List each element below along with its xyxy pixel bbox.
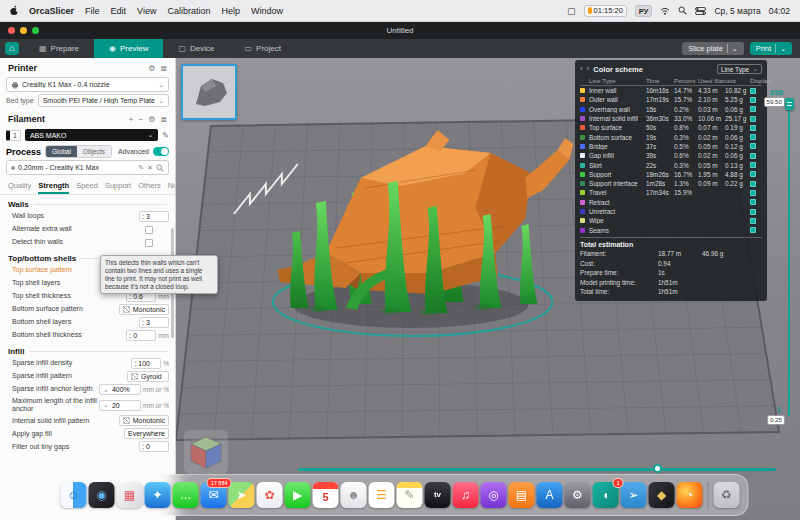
display-checkbox[interactable]: [750, 106, 756, 112]
dock-safari[interactable]: ✦: [145, 482, 171, 508]
display-checkbox[interactable]: [750, 143, 756, 149]
bottom-surface-pattern-select[interactable]: Monotonic: [119, 304, 169, 315]
layer-slider[interactable]: 238 59.50 1 0.25: [766, 88, 796, 433]
edit-preset-icon[interactable]: ✎: [138, 164, 144, 172]
filament-list-icon[interactable]: ≣: [160, 115, 167, 124]
dock-maps[interactable]: ➤: [229, 482, 255, 508]
param-tab-support[interactable]: Support: [105, 181, 131, 194]
layer-slider-track[interactable]: [788, 100, 790, 416]
section-infill[interactable]: Infill: [0, 342, 175, 357]
display-checkbox[interactable]: [750, 227, 756, 233]
dock-reminders[interactable]: ☰: [369, 482, 395, 508]
wall-loops-input[interactable]: ▴▾3: [139, 211, 169, 222]
section-walls[interactable]: Walls: [0, 195, 175, 210]
display-checkbox[interactable]: [750, 153, 756, 159]
process-objects-tab[interactable]: Objects: [77, 146, 111, 157]
move-slider-handle[interactable]: [653, 464, 662, 473]
layer-slider-handle[interactable]: [785, 98, 794, 110]
bed-type-select[interactable]: Smooth PEI Plate / High Temp Plate⌄: [38, 94, 169, 107]
display-checkbox[interactable]: [750, 181, 756, 187]
display-checkbox[interactable]: [750, 88, 756, 94]
dock-contacts[interactable]: ☻: [341, 482, 367, 508]
edit-filament-icon[interactable]: ✎: [162, 131, 169, 140]
printer-preset-select[interactable]: Creality K1 Max - 0.4 nozzle ⌄: [6, 77, 169, 92]
sparse-infill-pattern-select[interactable]: Gyroid: [127, 371, 169, 382]
dock-app-store[interactable]: A: [537, 482, 563, 508]
dock-launchpad[interactable]: ▦: [117, 482, 143, 508]
flushing-volumes-icon[interactable]: ⚙: [148, 115, 155, 124]
display-checkbox[interactable]: [750, 199, 756, 205]
dock-photos[interactable]: ✿: [257, 482, 283, 508]
dock-security-shield[interactable]: ◆: [649, 482, 675, 508]
slice-dropdown-icon[interactable]: ⌄: [732, 46, 738, 52]
minimize-button[interactable]: [20, 27, 27, 34]
print-button[interactable]: Print⌄: [750, 42, 792, 55]
prev-color-scheme-icon[interactable]: ‹: [580, 65, 583, 73]
display-checkbox[interactable]: [750, 190, 756, 196]
display-checkbox[interactable]: [750, 162, 756, 168]
dock-notes[interactable]: ✎: [397, 482, 423, 508]
printer-connection-icon[interactable]: ≣: [160, 64, 167, 73]
delete-preset-icon[interactable]: ✕: [147, 164, 153, 172]
remove-filament-icon[interactable]: −: [138, 115, 143, 124]
param-tab-strength[interactable]: Strength: [38, 181, 69, 194]
param-tab-notes[interactable]: Notes: [168, 181, 176, 194]
print-dropdown-icon[interactable]: ⌄: [780, 46, 786, 52]
apply-gap-fill-select[interactable]: Everywhere: [124, 428, 169, 439]
menu-edit[interactable]: Edit: [111, 6, 127, 16]
navigation-cube[interactable]: [184, 430, 228, 474]
sparse-infill-anchor-length-select[interactable]: ⌄400%: [99, 384, 141, 395]
tab-device[interactable]: ▢Device: [163, 39, 229, 58]
move-slider-track[interactable]: [298, 468, 776, 471]
model-thumbnail[interactable]: [181, 64, 237, 120]
wifi-icon[interactable]: [660, 7, 670, 15]
dock-mail[interactable]: ✉17 884: [201, 482, 227, 508]
dock-facetime[interactable]: ▶: [285, 482, 311, 508]
display-checkbox[interactable]: [750, 218, 756, 224]
tab-project[interactable]: ▭Project: [229, 39, 295, 58]
dock-finder[interactable]: ☺: [61, 482, 87, 508]
process-global-tab[interactable]: Global: [46, 146, 77, 157]
input-source-switcher[interactable]: РУ: [635, 5, 653, 17]
menu-view[interactable]: View: [137, 6, 156, 16]
search-icon[interactable]: [678, 6, 687, 15]
menubar-clock[interactable]: 04:02: [769, 6, 790, 16]
dock-telegram[interactable]: ➢: [621, 482, 647, 508]
close-button[interactable]: [8, 27, 15, 34]
filament-select[interactable]: ABS MAKO⌄: [25, 129, 158, 141]
maximum-length-of-the-infill-anchor-select[interactable]: ⌄20: [99, 400, 141, 411]
filter-out-tiny-gaps-input[interactable]: ▴▾0: [139, 441, 169, 452]
menu-calibration[interactable]: Calibration: [167, 6, 210, 16]
dock-trash[interactable]: ♻: [714, 482, 740, 508]
menubar-date[interactable]: Ср, 5 марта: [714, 6, 760, 16]
menu-file[interactable]: File: [85, 6, 100, 16]
tab-preview[interactable]: ◉Preview: [94, 39, 163, 58]
recording-indicator[interactable]: 01:15:20: [584, 5, 627, 17]
home-button[interactable]: ⌂: [0, 39, 24, 58]
bottom-shell-layers-input[interactable]: ▴▾3: [139, 317, 169, 328]
param-tab-quality[interactable]: Quality: [8, 181, 31, 194]
dock-system-settings[interactable]: ⚙: [565, 482, 591, 508]
add-filament-icon[interactable]: +: [129, 115, 134, 124]
bottom-shell-thickness-input[interactable]: ▴▾0: [126, 330, 156, 341]
screen-mirroring-icon[interactable]: ▢: [567, 6, 576, 16]
dock-calendar[interactable]: 5: [313, 482, 339, 508]
printer-settings-icon[interactable]: ⚙: [148, 64, 155, 73]
sparse-infill-density-input[interactable]: ▴▾100: [131, 358, 161, 369]
param-tab-speed[interactable]: Speed: [76, 181, 98, 194]
viewport-3d[interactable]: ‹ › Color scheme Line Type⌄ Line TypeTim…: [176, 58, 800, 520]
menu-window[interactable]: Window: [251, 6, 283, 16]
dock-tv[interactable]: tv: [425, 482, 451, 508]
menu-orcaslicer[interactable]: OrcaSlicer: [29, 6, 74, 16]
dock-firefox[interactable]: ◔: [677, 482, 703, 508]
view-type-select[interactable]: Line Type⌄: [717, 64, 762, 74]
apple-menu-icon[interactable]: [10, 5, 19, 16]
menu-help[interactable]: Help: [221, 6, 240, 16]
search-preset-icon[interactable]: [156, 164, 164, 172]
advanced-toggle[interactable]: [153, 147, 169, 156]
zoom-button[interactable]: [32, 27, 39, 34]
dock-orcaslicer[interactable]: ◖1: [593, 482, 619, 508]
display-checkbox[interactable]: [750, 171, 756, 177]
display-checkbox[interactable]: [750, 97, 756, 103]
internal-solid-infill-pattern-select[interactable]: Monotonic: [119, 415, 169, 426]
